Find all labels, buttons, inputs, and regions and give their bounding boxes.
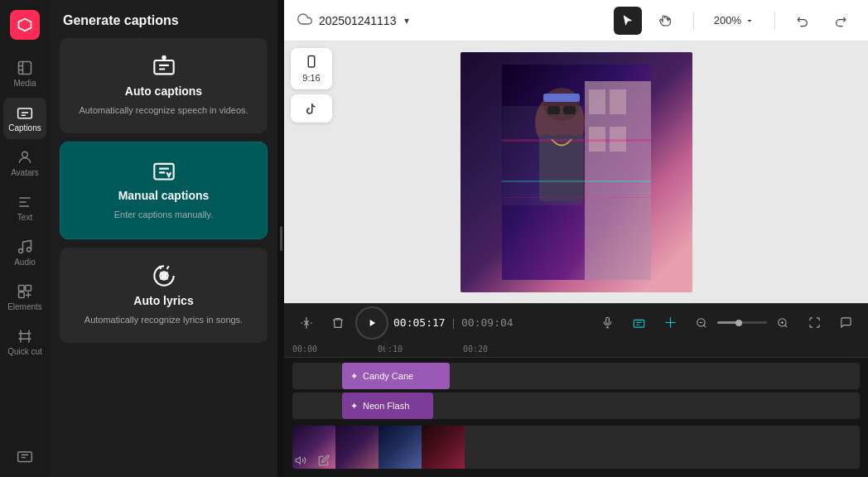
- svg-rect-18: [610, 89, 626, 114]
- time-separator: |: [452, 316, 455, 329]
- video-preview: [461, 52, 692, 292]
- manual-captions-title: Manual captions: [118, 189, 210, 202]
- select-tool-btn[interactable]: [614, 7, 642, 35]
- pencil-icon: [318, 455, 330, 466]
- neon-flash-clip[interactable]: ✦ Neon Flash: [342, 393, 433, 419]
- topbar-divider-2: [774, 12, 775, 30]
- video-track[interactable]: [292, 426, 860, 469]
- sidebar-item-text[interactable]: Text: [3, 187, 46, 229]
- cloud-save-icon: [297, 12, 312, 30]
- video-frame: [461, 52, 692, 292]
- candy-cane-clip[interactable]: ✦ Candy Cane: [342, 363, 450, 389]
- sidebar-item-media[interactable]: Media: [3, 53, 46, 94]
- filename-dropdown[interactable]: ▾: [403, 15, 411, 26]
- hand-icon: [659, 14, 673, 27]
- fit-screen-icon: [808, 316, 821, 329]
- fit-to-screen-btn[interactable]: [802, 311, 827, 335]
- auto-captions-icon: [152, 55, 176, 78]
- portrait-format-card[interactable]: 9:16: [291, 48, 332, 89]
- svg-rect-33: [605, 317, 609, 324]
- main-area: 202501241113 ▾ 200%: [284, 0, 868, 477]
- svg-point-4: [27, 248, 31, 252]
- captions-timeline-btn[interactable]: [626, 311, 651, 335]
- tiktok-icon: [304, 101, 319, 116]
- svg-rect-0: [19, 62, 31, 75]
- zoom-in-icon: [777, 317, 788, 329]
- auto-lyrics-card[interactable]: Auto lyrics Automatically recognize lyri…: [60, 248, 268, 343]
- sidebar-item-elements[interactable]: Elements: [3, 277, 46, 318]
- play-btn[interactable]: [357, 308, 387, 338]
- sidebar-item-audio[interactable]: Audio: [3, 232, 46, 273]
- zoom-in-btn[interactable]: [770, 311, 795, 335]
- video-thumb-4: [422, 426, 465, 469]
- sidebar-item-quickcut[interactable]: Quick cut: [3, 321, 46, 363]
- aspect-ratio-btn[interactable]: [833, 311, 858, 335]
- format-panel: 9:16: [291, 48, 332, 123]
- split-tool-btn[interactable]: [294, 311, 319, 335]
- ruler-marks: 00:00 00:10 00:20: [284, 344, 548, 354]
- svg-rect-23: [543, 94, 580, 102]
- portrait-icon: [304, 55, 319, 70]
- sidebar-item-avatars[interactable]: Avatars: [3, 142, 46, 184]
- timeline-track-area: 00:00 00:10 00:20: [284, 341, 868, 477]
- mic-icon: [601, 316, 614, 329]
- sidebar-item-quickcut-label: Quick cut: [7, 347, 42, 356]
- preview-area: 9:16: [284, 41, 868, 303]
- video-thumb-inner-4: [422, 426, 465, 469]
- playhead[interactable]: [385, 341, 387, 357]
- svg-rect-1: [18, 108, 32, 118]
- video-thumb-inner-3: [379, 426, 422, 469]
- svg-rect-34: [634, 320, 644, 327]
- mic-btn[interactable]: [595, 311, 620, 335]
- volume-icon: [295, 455, 306, 466]
- play-icon: [366, 317, 378, 329]
- auto-captions-desc: Automatically recognize speech in videos…: [79, 104, 248, 117]
- svg-rect-7: [19, 292, 25, 298]
- redo-icon: [834, 14, 847, 27]
- timeline-zoom-group: [689, 311, 795, 335]
- trash-icon: [331, 316, 345, 330]
- svg-point-3: [19, 249, 23, 253]
- tiktok-format-card[interactable]: [291, 94, 332, 123]
- sidebar-item-captions-tool[interactable]: [3, 441, 46, 470]
- auto-lyrics-title: Auto lyrics: [133, 294, 193, 307]
- zoom-out-icon: [696, 317, 707, 329]
- manual-captions-desc: Enter captions manually.: [114, 209, 214, 221]
- sidebar-item-media-label: Media: [13, 79, 36, 88]
- svg-rect-17: [589, 89, 605, 114]
- project-filename: 202501241113: [319, 14, 396, 27]
- auto-captions-card[interactable]: Auto captions Automatically recognize sp…: [60, 38, 268, 133]
- align-icon: [664, 316, 677, 329]
- app-logo[interactable]: [10, 10, 40, 40]
- redo-btn[interactable]: [827, 7, 855, 35]
- auto-lyrics-icon: [152, 264, 176, 287]
- topbar-title-group: 202501241113 ▾: [297, 12, 411, 30]
- video-content: [502, 65, 651, 280]
- pan-tool-btn[interactable]: [652, 7, 680, 35]
- auto-lyrics-desc: Automatically recognize lyrics in songs.: [84, 314, 243, 326]
- zoom-out-btn[interactable]: [689, 311, 714, 335]
- sidebar-item-captions-label: Captions: [8, 123, 41, 132]
- sidebar-item-audio-label: Audio: [14, 258, 36, 267]
- candy-cane-clip-icon: ✦: [350, 371, 358, 382]
- speech-bubble-icon: [840, 316, 852, 329]
- undo-btn[interactable]: [788, 7, 817, 35]
- svg-rect-8: [18, 452, 32, 462]
- split-icon: [300, 316, 313, 330]
- delete-btn[interactable]: [326, 311, 350, 335]
- align-btn[interactable]: [658, 311, 682, 335]
- ruler-mark-0: 00:00: [292, 344, 378, 354]
- topbar-divider: [693, 12, 694, 30]
- tracks-container: ✦ Candy Cane ✦ Neon Flash: [284, 358, 868, 474]
- manual-captions-icon: [152, 159, 176, 182]
- caption-track-2: ✦ Neon Flash: [292, 393, 860, 419]
- neon-flash-clip-icon: ✦: [350, 401, 358, 412]
- volume-btn[interactable]: [291, 450, 311, 470]
- edit-clip-btn[interactable]: [314, 450, 334, 470]
- sidebar-item-captions[interactable]: Captions: [3, 98, 46, 139]
- total-duration-display: 00:09:04: [461, 316, 514, 329]
- manual-captions-card[interactable]: Manual captions Enter captions manually.: [60, 142, 268, 238]
- svg-rect-32: [502, 106, 583, 205]
- zoom-control[interactable]: 200%: [707, 11, 761, 30]
- panel-resize-handle[interactable]: [277, 0, 284, 477]
